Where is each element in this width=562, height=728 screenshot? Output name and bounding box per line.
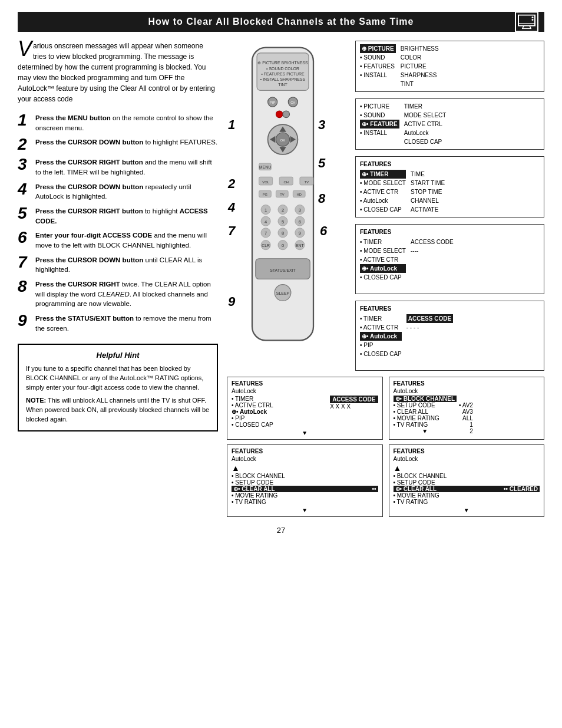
menu6-pip: • PIP	[232, 415, 273, 421]
step-2-text: Press the CURSOR DOWN button to highligh…	[35, 137, 217, 147]
menu5-blank	[360, 358, 402, 367]
menu6-autolock: ⊕• AutoLock	[232, 409, 273, 415]
svg-text:CH: CH	[290, 101, 295, 104]
menu-install: • INSTALL	[360, 71, 396, 80]
step-6-text: Enter your four-digit ACCESS CODE and th…	[35, 230, 218, 250]
step-5-number: 5	[18, 205, 31, 222]
menu3-autolock: • AutoLock	[360, 196, 406, 205]
svg-text:9: 9	[299, 230, 301, 236]
svg-text:OK: OK	[280, 139, 285, 142]
menu7-av2	[459, 396, 473, 402]
menu6-active: • ACTIVE CTRL	[232, 402, 273, 409]
step-8: 8 Press the CURSOR RIGHT twice. The CLEA…	[18, 279, 218, 309]
menu8b-block: • BLOCK CHANNEL	[394, 473, 540, 479]
menu8a-clear-label: ⊕• CLEAR ALL	[233, 486, 275, 492]
menu-picture-val: PICTURE	[401, 62, 439, 71]
step-8-text: Press the CURSOR RIGHT twice. The CLEAR …	[35, 279, 218, 309]
svg-point-6	[532, 19, 534, 21]
menu8b-clear-highlighted: ⊕• CLEAR ALL •• CLEARED	[394, 486, 540, 492]
svg-text:TV: TV	[280, 193, 285, 196]
svg-text:3: 3	[299, 207, 301, 213]
helpful-hint-title: Helpful Hint	[26, 351, 210, 360]
step-9-number: 9	[18, 312, 31, 329]
menu4-blank	[360, 282, 406, 291]
menu3-start: START TIME	[411, 179, 445, 187]
svg-text:CH: CH	[284, 180, 289, 184]
menu3-timer-highlighted: ⊕• TIMER	[360, 170, 406, 179]
menu3-stop: STOP TIME	[411, 187, 445, 196]
menu7-1-val: 1	[459, 421, 473, 428]
step-5-text: Press the CURSOR RIGHT button to highlig…	[35, 206, 218, 226]
menu7-2-val: 2	[459, 428, 473, 434]
menu8a-up-arrow: ▲	[232, 463, 240, 473]
svg-point-19	[283, 111, 290, 118]
menu3-activate: ACTIVATE	[411, 205, 445, 214]
menu8a-title: FEATURES	[232, 448, 378, 454]
svg-text:MENU: MENU	[259, 165, 271, 169]
svg-text:TV: TV	[305, 180, 309, 184]
main-content: Various onscreen messages will appear wh…	[18, 41, 544, 517]
step-1-number: 1	[18, 112, 31, 129]
svg-text:SLEEP: SLEEP	[276, 291, 290, 295]
svg-text:TINT: TINT	[278, 83, 287, 87]
menu2-autolock: AutoLock	[404, 129, 447, 137]
helpful-hint-box: Helpful Hint If you tune to a specific c…	[18, 344, 218, 431]
menu5-autolock-highlighted: ⊕• AutoLock	[360, 332, 402, 341]
menu7-block-highlighted: ⊕• BLOCK CHANNEL	[394, 396, 457, 402]
svg-text:HD: HD	[297, 193, 302, 196]
menu-sound: • SOUND	[360, 53, 396, 62]
menu3-title: FEATURES	[360, 160, 540, 169]
menu8b-title: FEATURES	[394, 448, 540, 454]
menu-brightness: BRIGHTNESS	[401, 44, 439, 53]
menu8a-movie: • MOVIE RATING	[232, 492, 378, 499]
menu8a-block: • BLOCK CHANNEL	[232, 473, 378, 479]
left-column: Various onscreen messages will appear wh…	[18, 41, 218, 517]
svg-text:5: 5	[282, 219, 284, 225]
step-overlay-5: 5	[318, 156, 325, 171]
step-overlay-8: 8	[318, 191, 325, 206]
menu8a-tv: • TV RATING	[232, 499, 378, 505]
right-menus: ⊕ PICTURE • SOUND • FEATURES • INSTALL B…	[355, 41, 544, 371]
svg-text:6: 6	[299, 219, 301, 225]
remote-area: 1 2 4 7 9 3 5 8 ⊕ PICTURE BRIGHTNESS	[227, 41, 351, 371]
step-3-text: Press the CURSOR RIGHT button and the me…	[35, 157, 218, 177]
svg-text:PIP: PIP	[270, 101, 275, 104]
menu-features: • FEATURES	[360, 62, 396, 71]
menu4-access-value: ----	[411, 246, 454, 255]
menu7-clear: • CLEAR ALL	[394, 409, 457, 415]
menu5-timer: • TIMER	[360, 314, 402, 323]
menu8b-cleared-badge: •• CLEARED	[504, 486, 538, 492]
menu5-title: FEATURES	[360, 304, 540, 313]
svg-text:PG: PG	[263, 193, 268, 196]
menu7-down-arrow: ▼	[394, 428, 457, 434]
step-9-text: Press the STATUS/EXIT button to remove t…	[35, 314, 218, 333]
step-7-number: 7	[18, 254, 31, 271]
menu2-feature-highlighted: ⊕• FEATURE	[360, 120, 399, 129]
menu8a-double-arrow: ••	[372, 486, 376, 492]
header-icon	[515, 12, 538, 32]
page-number: 27	[18, 526, 544, 535]
menu6-features-title: FEATURES	[232, 380, 378, 387]
menu-box-feature: • PICTURE • SOUND ⊕• FEATURE • INSTALL T…	[355, 98, 544, 150]
menu8b-up-arrow: ▲	[394, 463, 402, 473]
menu6-closed: • CLOSED CAP	[232, 421, 273, 428]
menu8a-down-arrow: ▼	[232, 507, 378, 513]
menu8b-tv: • TV RATING	[394, 499, 540, 505]
menu8a-autolock: AutoLock	[232, 456, 378, 462]
remote-svg: ⊕ PICTURE BRIGHTNESS • SOUND COLOR • FEA…	[239, 41, 327, 347]
step-1: 1 Press the MENU button on the remote co…	[18, 113, 218, 133]
step-overlay-9: 9	[228, 294, 235, 309]
menu2-active: ACTIVE CTRL	[404, 120, 447, 129]
menu6-down-arrow: ▼	[232, 430, 378, 436]
tv-icon	[518, 15, 535, 29]
page-wrapper: How to Clear All Blocked Channels at the…	[18, 12, 544, 535]
menu-box-autolock: FEATURES • TIMER • MODE SELECT • ACTIVE …	[355, 224, 544, 294]
menu8b-setup: • SETUP CODE	[394, 479, 540, 486]
menu8b-clear-label: ⊕• CLEAR ALL	[395, 486, 437, 492]
step-overlay-1: 1	[228, 117, 235, 133]
menu8a-clear-highlighted: ⊕• CLEAR ALL ••	[232, 486, 378, 492]
menu-clear-all-arrows: FEATURES AutoLock ▲ • BLOCK CHANNEL • SE…	[227, 444, 383, 517]
menu4-mode: • MODE SELECT	[360, 246, 406, 255]
menu-picture-highlighted: ⊕ PICTURE	[360, 44, 396, 53]
step-6-bold: Enter your four-digit ACCESS CODE	[35, 232, 152, 239]
